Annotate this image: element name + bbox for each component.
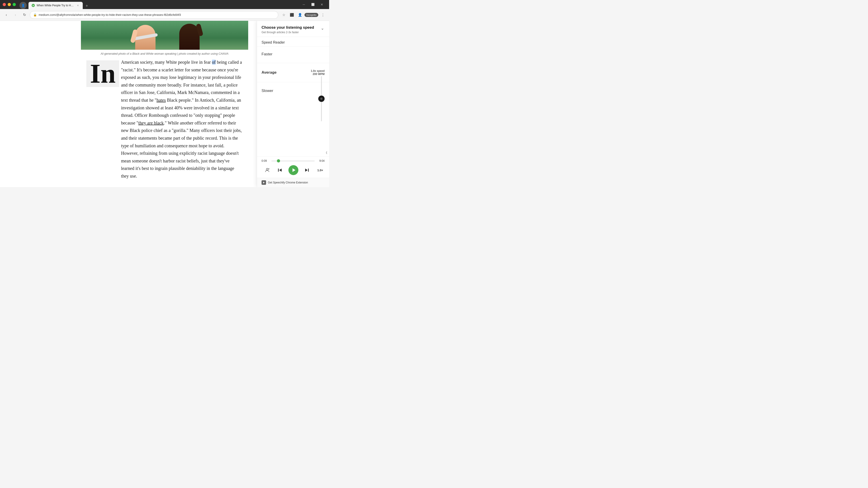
article-body: In American society, many White people l… <box>81 59 248 186</box>
speechify-promo[interactable]: Get Speechify Chrome Extension <box>257 178 329 187</box>
progress-bar[interactable] <box>272 161 315 161</box>
nav-action-buttons: ☆ ⬛ 👤 Incognito ⋮ <box>280 11 327 19</box>
browser-profile-button[interactable]: 👤 <box>296 11 304 19</box>
slower-label: Slower <box>261 89 273 93</box>
hero-image <box>81 21 248 50</box>
person-right-figure <box>176 21 203 50</box>
playback-speed-badge[interactable]: 1.0× <box>317 168 323 172</box>
speed-slider-area[interactable] <box>317 46 326 151</box>
speed-reader-panel: Choose your listening speed Get through … <box>257 21 329 187</box>
svg-rect-5 <box>278 168 279 172</box>
panel-body: Faster Average 1.0x speed 200 WPM Slower <box>257 46 329 151</box>
minimize-window-button[interactable] <box>8 3 11 6</box>
speed-option-average[interactable]: Average 1.0x speed 200 WPM <box>261 68 324 76</box>
tab-bar: 👤 M When White People Try to Hide ✕ + <box>18 0 298 9</box>
skip-forward-button[interactable] <box>303 166 311 174</box>
bookmark-button[interactable]: ☆ <box>280 11 287 19</box>
speed-option-slower[interactable]: Slower <box>261 88 324 94</box>
svg-rect-8 <box>308 168 309 172</box>
back-button[interactable]: ‹ <box>3 11 10 19</box>
svg-marker-6 <box>292 168 296 172</box>
collapse-arrows[interactable]: ⟪ <box>326 151 327 154</box>
panel-subtitle: Get through articles 2-3x faster <box>261 31 314 34</box>
speechify-logo-icon <box>262 181 266 184</box>
svg-point-1 <box>266 168 268 170</box>
speed-reader-label: Speed Reader <box>261 40 324 44</box>
speechify-promo-text: Get Speechify Chrome Extension <box>268 181 308 184</box>
collapse-arrows-area: ⟪ <box>257 151 329 156</box>
extensions-button[interactable]: ⬛ <box>288 11 296 19</box>
url-input[interactable] <box>39 13 275 17</box>
window-controls <box>3 3 16 6</box>
speechify-icon <box>261 180 266 185</box>
hates-link[interactable]: hates <box>156 98 166 103</box>
tab-favicon: M <box>32 4 35 7</box>
speed-reader-section: Speed Reader <box>257 37 329 46</box>
play-icon <box>291 168 296 173</box>
panel-header-text: Choose your listening speed Get through … <box>261 25 314 34</box>
forward-button[interactable]: › <box>12 11 19 19</box>
hero-image-inner <box>81 21 248 50</box>
player-controls: 1.0× <box>261 165 324 175</box>
tab-title: When White People Try to Hide <box>37 4 74 7</box>
restore-button[interactable]: ⬜ <box>309 1 316 8</box>
minimize-button[interactable]: ─ <box>300 1 307 8</box>
panel-title: Choose your listening speed <box>261 25 314 30</box>
highlighted-of: of <box>212 60 216 65</box>
speed-option-faster[interactable]: Faster <box>261 51 324 57</box>
navigation-bar: ‹ › ↻ 🔒 ☆ ⬛ 👤 Incognito ⋮ <box>0 9 329 21</box>
they-are-black-link[interactable]: they are black <box>138 121 164 125</box>
tab-article[interactable]: M When White People Try to Hide ✕ <box>29 2 83 9</box>
average-label: Average <box>261 70 276 75</box>
voice-icon <box>265 168 270 173</box>
slider-thumb[interactable] <box>318 96 324 102</box>
tab-close-button[interactable]: ✕ <box>76 4 80 7</box>
menu-button[interactable]: ⋮ <box>319 11 327 19</box>
article-text: American society, many White people live… <box>121 59 243 186</box>
lock-icon: 🔒 <box>33 13 37 17</box>
new-tab-button[interactable]: + <box>84 3 90 9</box>
close-button[interactable]: ✕ <box>318 1 326 8</box>
page-content: AI-generated photo of a Black and White … <box>0 21 329 187</box>
panel-collapse-button[interactable]: ⌄ <box>320 25 324 31</box>
play-button[interactable] <box>288 165 298 175</box>
skip-forward-icon <box>305 168 309 173</box>
svg-point-0 <box>320 98 322 100</box>
voice-button[interactable] <box>263 166 271 174</box>
time-current: 0:09 <box>261 159 270 162</box>
browser-window: 👤 M When White People Try to Hide ✕ + ─ … <box>0 0 329 187</box>
close-window-button[interactable] <box>3 3 6 6</box>
progress-dot <box>277 159 280 162</box>
panel-header: Choose your listening speed Get through … <box>257 21 329 37</box>
skip-back-button[interactable] <box>276 166 284 174</box>
slider-track <box>321 76 322 121</box>
address-bar[interactable]: 🔒 <box>30 11 278 19</box>
reload-button[interactable]: ↻ <box>21 11 28 19</box>
skip-back-icon <box>277 168 282 173</box>
svg-marker-7 <box>305 168 308 172</box>
window-action-buttons: ─ ⬜ ✕ <box>300 1 326 8</box>
slider-thumb-icon <box>320 97 323 101</box>
profile-icon[interactable]: 👤 <box>20 2 27 9</box>
title-bar: 👤 M When White People Try to Hide ✕ + ─ … <box>0 0 329 9</box>
incognito-badge[interactable]: Incognito <box>305 13 318 17</box>
progress-row: 0:09 9:04 <box>261 159 324 162</box>
svg-marker-4 <box>279 168 282 172</box>
faster-label: Faster <box>261 52 272 57</box>
time-total: 9:04 <box>316 159 324 162</box>
maximize-window-button[interactable] <box>13 3 16 6</box>
audio-player: 0:09 9:04 <box>257 156 329 178</box>
person-left-figure <box>131 21 160 50</box>
drop-cap: In <box>86 60 119 87</box>
